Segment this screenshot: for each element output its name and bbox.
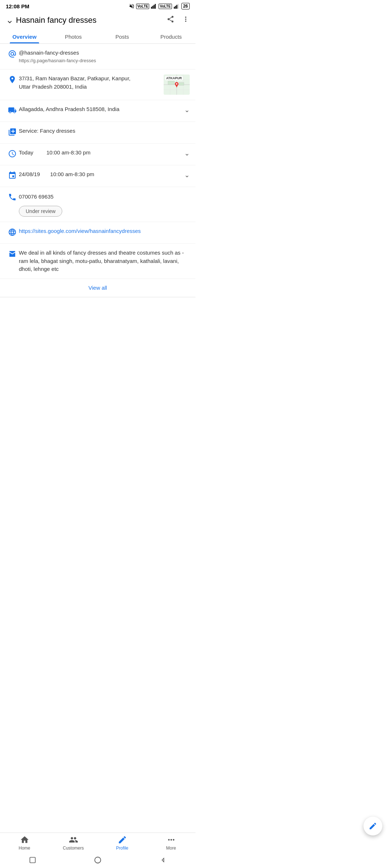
info-row-service: Service: Fancy dresses [0,122,196,144]
list-icon [6,127,19,136]
status-time: 12:08 PM [6,3,29,9]
at-icon [6,49,19,58]
svg-rect-2 [154,5,155,9]
map-place-label: ATKAPUR [165,76,183,80]
volte2-icon: VoLTE [159,4,172,9]
share-button[interactable] [167,15,175,25]
delivery-text: Allagadda, Andhra Pradesh 518508, India [19,105,184,114]
svg-rect-5 [175,6,176,9]
today-label: Today [19,149,33,156]
map-thumbnail[interactable]: ATKAPUR [164,75,190,95]
app-header: ⌄ Hasnain fancy dresses [0,11,196,29]
status-icons: VoLTE VoLTE 26 [129,3,190,9]
delivery-chevron[interactable]: ⌄ [184,105,190,114]
status-bar: 12:08 PM VoLTE VoLTE 26 [0,0,196,11]
info-row-hours-date: 24/08/19 10:00 am-8:30 pm ⌄ [0,165,196,187]
clock-icon [6,149,19,158]
handle-url: https://g.page/hasnain-fancy-dresses [19,57,190,64]
volte-icon: VoLTE [136,4,149,9]
info-row-phone: 070076 69635 Under review [0,187,196,222]
tab-photos[interactable]: Photos [49,29,98,43]
info-row-description: We deal in all kinds of fancy dresses an… [0,244,196,279]
phone-icon [6,192,19,201]
calendar-icon [6,170,19,180]
header-actions [167,15,190,25]
svg-rect-3 [155,4,156,9]
date-hours: 10:00 am-8:30 pm [50,171,94,177]
svg-rect-4 [174,7,175,9]
signal2-icon [173,4,180,9]
more-button[interactable] [182,15,190,25]
view-all-link[interactable]: View all [88,285,107,291]
svg-rect-16 [179,82,184,85]
phone-number: 070076 69635 [19,193,190,201]
hours-today-chevron[interactable]: ⌄ [184,149,190,157]
info-row-address: 37/31, Ram Narayan Bazar, Patkapur, Kanp… [0,69,196,100]
battery-indicator: 26 [181,3,190,9]
address-line1: 37/31, Ram Narayan Bazar, Patkapur, Kanp… [19,75,164,83]
svg-rect-7 [177,4,178,9]
tab-overview[interactable]: Overview [0,29,49,43]
tab-products[interactable]: Products [147,29,196,43]
info-row-hours-today: Today 10:00 am-8:30 pm ⌄ [0,144,196,165]
store-icon [6,249,19,258]
svg-rect-15 [168,81,175,85]
info-row-website: https://sites.google.com/view/hasnainfan… [0,222,196,244]
info-list: @hasnain-fancy-dresses https://g.page/ha… [0,44,196,279]
hours-date-chevron[interactable]: ⌄ [184,170,190,179]
globe-icon [6,227,19,237]
today-hours: 10:00 am-8:30 pm [46,149,91,156]
svg-rect-0 [151,7,152,9]
view-all-row: View all [0,279,196,297]
description-text: We deal in all kinds of fancy dresses an… [19,249,190,273]
svg-point-19 [176,83,177,85]
signal-icon [151,4,157,9]
tab-posts[interactable]: Posts [98,29,147,43]
location-pin-icon [6,75,19,84]
under-review-badge: Under review [19,206,62,217]
back-button[interactable]: ⌄ [6,14,14,26]
svg-rect-6 [176,5,177,9]
tab-bar: Overview Photos Posts Products [0,29,196,44]
website-url[interactable]: https://sites.google.com/view/hasnainfan… [19,227,190,235]
truck-icon [6,105,19,115]
info-row-delivery: Allagadda, Andhra Pradesh 518508, India … [0,100,196,122]
handle-text: @hasnain-fancy-dresses [19,49,190,57]
info-row-website-handle: @hasnain-fancy-dresses https://g.page/ha… [0,44,196,69]
service-text: Service: Fancy dresses [19,127,190,135]
address-line2: Uttar Pradesh 208001, India [19,83,164,91]
svg-rect-1 [152,6,154,9]
page-title: Hasnain fancy dresses [16,16,167,25]
mute-icon [129,3,135,9]
date-label: 24/08/19 [19,171,40,177]
